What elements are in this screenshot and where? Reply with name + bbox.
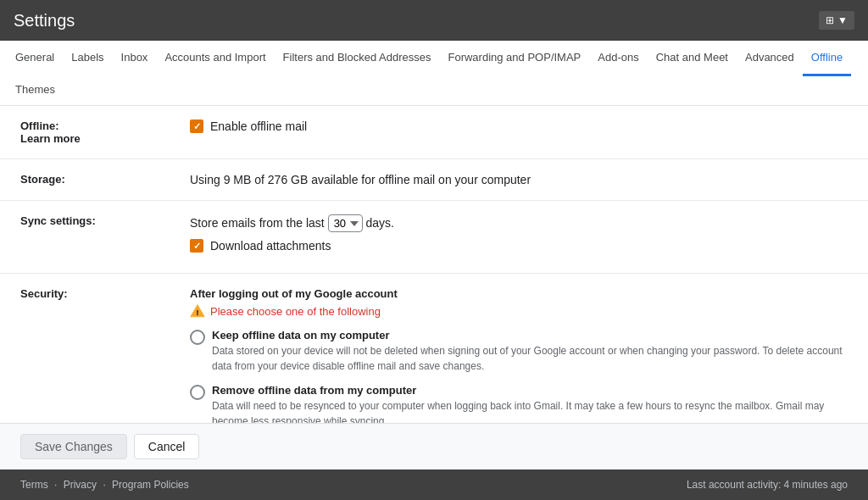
separator1: · [54,479,60,491]
tab-themes[interactable]: Themes [7,76,64,105]
radio1-title: Keep offline data on my computer [212,329,848,342]
tab-filters[interactable]: Filters and Blocked Addresses [275,41,440,76]
security-row: Security: After logging out of my Google… [0,274,868,424]
warning-icon: ! [190,303,205,319]
radio1-desc: Data stored on your device will not be d… [212,343,848,374]
radio2-title: Remove offline data from my computer [212,384,848,397]
header-bar: Settings ⊞ ▼ [0,0,868,41]
enable-offline-wrapper: Enable offline mail [190,119,848,133]
settings-content: Offline: Learn more Enable offline mail … [0,106,868,423]
cancel-button[interactable]: Cancel [134,434,200,459]
radio2-content: Remove offline data from my computer Dat… [212,384,848,423]
header-menu-button[interactable]: ⊞ ▼ [819,11,854,30]
enable-offline-label: Enable offline mail [210,119,307,133]
warning-text: Please choose one of the following [210,305,381,318]
sync-row: Sync settings: Store emails from the las… [0,201,868,274]
enable-offline-checkbox[interactable] [190,119,203,133]
sync-days-wrapper: Store emails from the last 30 7 14 60 90… [190,214,848,232]
policies-link[interactable]: Program Policies [112,479,189,491]
sync-suffix: days. [366,216,394,230]
sync-days-select[interactable]: 30 7 14 60 90 [328,214,363,232]
storage-label-cell: Storage: [0,159,170,201]
tab-inbox[interactable]: Inbox [113,41,157,76]
separator2: · [103,479,108,491]
storage-value-cell: Using 9 MB of 276 GB available for offli… [170,159,868,201]
nav-tabs-container: General Labels Inbox Accounts and Import… [0,41,868,106]
tab-general[interactable]: General [7,41,63,76]
tab-advanced[interactable]: Advanced [737,41,803,76]
tab-offline[interactable]: Offline [803,41,851,76]
grid-icon: ⊞ [826,14,834,26]
security-label: Security: [20,287,68,300]
header-dropdown-icon: ▼ [837,14,848,26]
offline-value-cell: Enable offline mail [170,106,868,159]
security-title: After logging out of my Google account [190,287,848,300]
radio1-content: Keep offline data on my computer Data st… [212,329,848,374]
svg-text:!: ! [197,308,199,317]
sync-label: Sync settings: [20,214,96,227]
footer-buttons-bar: Save Changes Cancel [0,423,868,469]
storage-label: Storage: [20,173,65,186]
warning-row: ! Please choose one of the following [190,303,848,319]
offline-row: Offline: Learn more Enable offline mail [0,106,868,159]
offline-label: Offline: [20,119,59,132]
download-attachments-wrapper: Download attachments [190,239,848,253]
sync-value-cell: Store emails from the last 30 7 14 60 90… [170,201,868,274]
sync-label-cell: Sync settings: [0,201,170,274]
account-activity: Last account activity: 4 minutes ago [687,479,848,491]
download-attachments-checkbox[interactable] [190,239,203,253]
radio-keep-data[interactable] [190,330,205,345]
offline-label-cell: Offline: Learn more [0,106,170,159]
footer-bar: Terms · Privacy · Program Policies Last … [0,469,868,500]
tab-addons[interactable]: Add-ons [589,41,647,76]
tab-chat[interactable]: Chat and Meet [648,41,737,76]
radio2-wrapper: Remove offline data from my computer Dat… [190,384,848,423]
tab-forwarding[interactable]: Forwarding and POP/IMAP [439,41,589,76]
learn-more-link[interactable]: Learn more [20,132,81,145]
download-attachments-label: Download attachments [210,239,331,253]
app-title: Settings [14,11,75,31]
radio2-desc: Data will need to be resynced to your co… [212,398,848,423]
radio1-wrapper: Keep offline data on my computer Data st… [190,329,848,374]
save-changes-button[interactable]: Save Changes [20,434,127,459]
sync-prefix: Store emails from the last [190,216,325,230]
storage-row: Storage: Using 9 MB of 276 GB available … [0,159,868,201]
radio-remove-data[interactable] [190,385,205,400]
security-value-cell: After logging out of my Google account !… [170,274,868,424]
privacy-link[interactable]: Privacy [64,479,97,491]
tab-labels[interactable]: Labels [63,41,112,76]
footer-links: Terms · Privacy · Program Policies [20,479,189,491]
tab-accounts[interactable]: Accounts and Import [156,41,274,76]
terms-link[interactable]: Terms [20,479,48,491]
storage-value: Using 9 MB of 276 GB available for offli… [190,173,531,186]
security-label-cell: Security: [0,274,170,424]
